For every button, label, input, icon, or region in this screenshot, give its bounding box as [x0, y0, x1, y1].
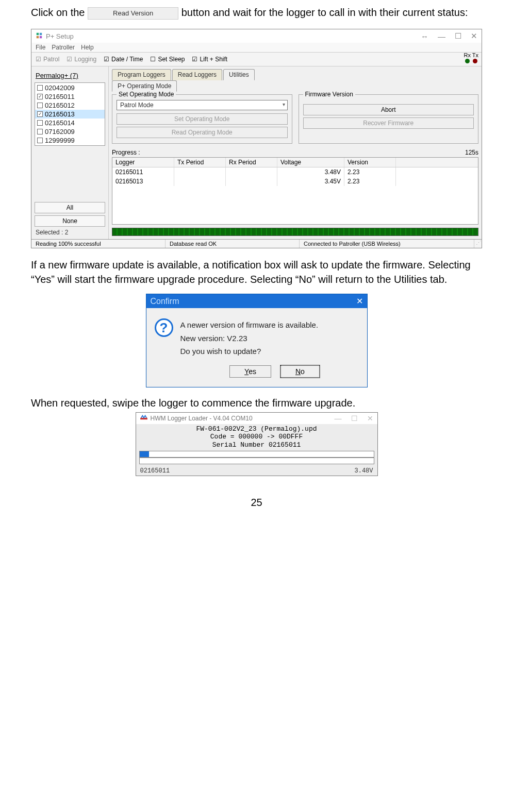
loader-minimize-button[interactable]: —: [335, 414, 342, 422]
th-tx[interactable]: Tx Period: [174, 158, 226, 167]
tree-item[interactable]: 02165014: [35, 119, 105, 127]
mode-dropdown[interactable]: Patrol Mode: [117, 100, 288, 110]
status-connection: Connected to Patroller (USB Wireless): [300, 240, 474, 248]
cb-setsleep[interactable]: ☐Set Sleep: [150, 56, 185, 63]
sidebar-title[interactable]: Permalog+ (7): [35, 70, 105, 81]
all-button[interactable]: All: [35, 202, 105, 213]
tab-utilities[interactable]: Utilities: [223, 69, 255, 80]
tree-item[interactable]: 02165013: [35, 110, 105, 119]
tree-item[interactable]: 02165011: [35, 92, 105, 101]
tab-program-loggers[interactable]: Program Loggers: [112, 69, 171, 80]
sub-tabs: P+ Operating Mode: [112, 80, 478, 91]
loader-bottom-row: 02165011 3.48V: [136, 465, 377, 476]
titlebar: P+ Setup ↔ — ☐ ✕: [31, 29, 482, 43]
window-title: P+ Setup: [46, 32, 74, 40]
cb-liftshift[interactable]: ☑Lift + Shift: [192, 56, 227, 63]
set-mode-legend: Set Operating Mode: [117, 91, 176, 98]
toolbar: ☑Patrol ☑Logging ☑Date / Time ☐Set Sleep…: [31, 53, 482, 66]
checkbox-icon[interactable]: [37, 85, 43, 91]
selected-count: Selected : 2: [35, 227, 105, 237]
tx-led-icon: [473, 59, 477, 63]
loader-close-button[interactable]: ✕: [367, 414, 373, 422]
maximize-button[interactable]: ☐: [455, 31, 461, 41]
confirm-line2: New version: V2.23: [180, 332, 319, 345]
checkbox-icon[interactable]: [37, 103, 43, 108]
logger-tree[interactable]: 02042009 02165011 02165012 02165013 0216…: [35, 82, 105, 146]
intro-pre: Click on the: [31, 7, 85, 18]
loader-line1: FW-061-002V2_23 (Permalog).upd: [139, 425, 374, 433]
progress-label: Progress :: [112, 149, 140, 156]
loader-progress-bar-2: [139, 458, 374, 464]
tree-item[interactable]: 07162009: [35, 127, 105, 136]
resize-grip-icon[interactable]: ⋰: [474, 240, 482, 248]
cb-datetime[interactable]: ☑Date / Time: [104, 56, 143, 63]
menu-file[interactable]: File: [36, 44, 45, 51]
firmware-version-group: Firmware Version Abort Recover Firmware: [299, 94, 479, 144]
set-operating-mode-button[interactable]: Set Operating Mode: [117, 113, 288, 125]
minimize-button[interactable]: —: [438, 32, 445, 41]
checkbox-icon[interactable]: [37, 138, 43, 143]
menu-help[interactable]: Help: [81, 44, 94, 51]
main-tabs: Program Loggers Read Loggers Utilities: [112, 69, 478, 80]
none-button[interactable]: None: [35, 215, 105, 227]
rx-led-icon: [465, 59, 470, 63]
progress-bar: [112, 228, 478, 236]
question-icon: ?: [155, 318, 173, 337]
confirm-close-button[interactable]: ✕: [356, 296, 363, 306]
cb-patrol[interactable]: ☑Patrol: [36, 56, 59, 63]
loader-maximize-button[interactable]: ☐: [351, 414, 358, 422]
intro-post: button and wait for the logger to call i…: [181, 7, 468, 18]
sidebar: Permalog+ (7) 02042009 02165011 02165012…: [31, 66, 109, 239]
read-version-button[interactable]: Read Version: [88, 7, 178, 20]
no-button[interactable]: No: [280, 365, 320, 378]
loader-line3: Serial Number 02165011: [139, 441, 374, 449]
rxtx-indicator: Rx Tx: [464, 53, 478, 63]
app-icon: [36, 32, 43, 41]
checkbox-icon[interactable]: [37, 129, 43, 134]
loader-title-text: HWM Logger Loader - V4.04 COM10: [151, 415, 253, 422]
cb-logging[interactable]: ☑Logging: [67, 56, 96, 63]
tree-item[interactable]: 02042009: [35, 83, 105, 92]
confirm-line3: Do you wish to update?: [180, 345, 319, 358]
tab-operating-mode[interactable]: P+ Operating Mode: [112, 80, 177, 92]
table-header: Logger Tx Period Rx Period Voltage Versi…: [112, 158, 478, 167]
yes-button[interactable]: Yes: [229, 365, 271, 378]
menu-patroller[interactable]: Patroller: [52, 44, 75, 51]
th-rx[interactable]: Rx Period: [226, 158, 277, 167]
close-button[interactable]: ✕: [471, 31, 477, 41]
read-operating-mode-button[interactable]: Read Operating Mode: [117, 127, 288, 138]
page-number: 25: [31, 497, 482, 509]
tab-read-loggers[interactable]: Read Loggers: [172, 69, 222, 80]
loader-window: HWM Logger Loader - V4.04 COM10 — ☐ ✕ FW…: [136, 412, 378, 477]
loader-titlebar: HWM Logger Loader - V4.04 COM10 — ☐ ✕: [136, 413, 377, 424]
content-area: Program Loggers Read Loggers Utilities P…: [109, 66, 482, 239]
tree-item[interactable]: 02165012: [35, 101, 105, 110]
loader-bottom-volt: 3.48V: [354, 467, 373, 475]
app-window: P+ Setup ↔ — ☐ ✕ File Patroller Help ☑Pa…: [31, 29, 482, 248]
th-voltage[interactable]: Voltage: [277, 158, 344, 167]
confirm-title-text: Confirm: [151, 297, 179, 306]
checkbox-icon[interactable]: [37, 111, 43, 117]
swipe-paragraph: When requested, swipe the logger to comm…: [31, 396, 482, 410]
confirm-dialog: Confirm ✕ ? A newer version of firmware …: [146, 294, 368, 387]
resize-arrows-icon[interactable]: ↔: [421, 32, 428, 41]
tree-item[interactable]: 12999999: [35, 136, 105, 145]
checkbox-icon[interactable]: [37, 94, 43, 99]
th-logger[interactable]: Logger: [112, 158, 174, 167]
firmware-update-paragraph: If a new firmware update is available, a…: [31, 258, 482, 286]
confirm-line1: A newer version of firmware is available…: [180, 318, 319, 332]
checkbox-icon[interactable]: [37, 120, 43, 126]
status-db: Database read OK: [166, 240, 300, 248]
intro-paragraph: Click on the Read Version button and wai…: [31, 5, 482, 20]
status-reading: Reading 100% successful: [31, 240, 166, 248]
abort-button[interactable]: Abort: [303, 104, 474, 115]
svg-rect-3: [40, 36, 42, 38]
th-version[interactable]: Version: [344, 158, 396, 167]
table-row[interactable]: 02165011 3.48V 2.23: [112, 167, 478, 177]
table-row[interactable]: 02165013 3.45V 2.23: [112, 177, 478, 186]
loader-progress-bar: [139, 451, 374, 458]
recover-firmware-button[interactable]: Recover Firmware: [303, 117, 474, 129]
svg-rect-2: [37, 36, 39, 38]
progress-time: 125s: [465, 149, 478, 156]
statusbar: Reading 100% successful Database read OK…: [31, 239, 482, 248]
